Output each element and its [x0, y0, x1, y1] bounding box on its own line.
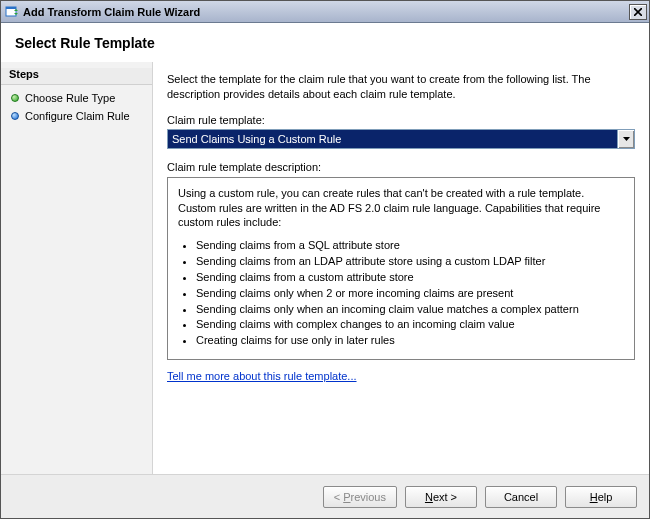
- next-button[interactable]: Next >Next >: [405, 486, 477, 508]
- description-bullet-list: Sending claims from a SQL attribute stor…: [178, 238, 624, 348]
- help-button[interactable]: HelpHelp: [565, 486, 637, 508]
- svg-rect-1: [6, 7, 16, 9]
- step-bullet-pending-icon: [11, 112, 19, 120]
- description-bullet: Sending claims only when 2 or more incom…: [196, 286, 624, 301]
- wizard-header: Select Rule Template: [1, 23, 649, 61]
- wizard-window: Add Transform Claim Rule Wizard Select R…: [0, 0, 650, 519]
- description-bullet: Sending claims only when an incoming cla…: [196, 302, 624, 317]
- intro-text: Select the template for the claim rule t…: [167, 72, 635, 102]
- tell-me-more-link[interactable]: Tell me more about this rule template...: [167, 370, 635, 382]
- template-label: Claim rule template:: [167, 114, 635, 126]
- previous-button: < PPreviousrevious: [323, 486, 397, 508]
- step-label: Configure Claim Rule: [25, 110, 130, 122]
- main-panel: Select the template for the claim rule t…: [153, 62, 649, 474]
- window-title: Add Transform Claim Rule Wizard: [23, 6, 629, 18]
- claim-rule-template-dropdown[interactable]: Send Claims Using a Custom Rule: [167, 129, 635, 149]
- description-bullet: Sending claims from a SQL attribute stor…: [196, 238, 624, 253]
- page-title: Select Rule Template: [15, 35, 635, 51]
- description-intro: Using a custom rule, you can create rule…: [178, 186, 624, 231]
- cancel-button[interactable]: Cancel: [485, 486, 557, 508]
- step-configure-claim-rule[interactable]: Configure Claim Rule: [1, 107, 152, 125]
- description-bullet: Sending claims from a custom attribute s…: [196, 270, 624, 285]
- title-bar: Add Transform Claim Rule Wizard: [1, 1, 649, 23]
- step-bullet-current-icon: [11, 94, 19, 102]
- template-description-box: Using a custom rule, you can create rule…: [167, 177, 635, 360]
- wizard-footer: < PPreviousrevious Next >Next > Cancel H…: [1, 474, 649, 518]
- chevron-down-icon: [617, 130, 634, 148]
- description-bullet: Sending claims with complex changes to a…: [196, 317, 624, 332]
- step-choose-rule-type[interactable]: Choose Rule Type: [1, 89, 152, 107]
- close-button[interactable]: [629, 4, 647, 20]
- description-bullet: Creating claims for use only in later ru…: [196, 333, 624, 348]
- wizard-body: Steps Choose Rule Type Configure Claim R…: [1, 62, 649, 474]
- app-icon: [5, 5, 19, 19]
- description-bullet: Sending claims from an LDAP attribute st…: [196, 254, 624, 269]
- step-label: Choose Rule Type: [25, 92, 115, 104]
- steps-sidebar: Steps Choose Rule Type Configure Claim R…: [1, 62, 153, 474]
- description-label: Claim rule template description:: [167, 161, 635, 173]
- steps-heading: Steps: [1, 68, 152, 85]
- dropdown-selected-value: Send Claims Using a Custom Rule: [172, 133, 617, 145]
